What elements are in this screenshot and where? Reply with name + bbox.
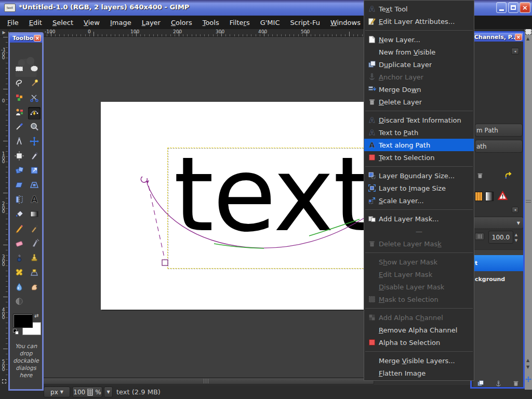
channels-close-button[interactable]: × xyxy=(515,34,522,41)
rectangle-select-tool[interactable] xyxy=(13,63,25,76)
menu-item-merge-visible-layers[interactable]: Merge Visible Layers... xyxy=(364,354,474,367)
menu-item-mask-to-selection[interactable]: Mask to Selection xyxy=(364,293,474,305)
layer-row[interactable]: ckground xyxy=(473,271,523,287)
menu-item-edit-layer-mask[interactable]: Edit Layer Mask xyxy=(364,268,474,281)
flip-tool[interactable] xyxy=(13,194,25,207)
menu-item-delete-layer[interactable]: Delete Layer xyxy=(364,96,474,108)
layer-mode-dropdown[interactable]: ▼ xyxy=(472,217,523,229)
blur-tool[interactable] xyxy=(13,282,25,294)
eraser-tool[interactable] xyxy=(13,238,25,250)
menu-windows[interactable]: Windows xyxy=(325,17,366,29)
menu-item-show-layer-mask[interactable]: Show Layer Mask xyxy=(364,256,474,268)
menu-view[interactable]: View xyxy=(78,17,105,29)
gradient-swatch[interactable] xyxy=(485,192,494,201)
opacity-spin-arrows[interactable]: ▲ ▼ xyxy=(513,232,519,243)
scroll-down-icon[interactable]: ▼ xyxy=(526,365,529,369)
foreground-color-swatch[interactable] xyxy=(13,314,33,328)
menu-item-disable-layer-mask[interactable]: Disable Layer Mask xyxy=(364,281,474,293)
opacity-spinbox[interactable]: 100.0 xyxy=(488,231,513,244)
move-tool[interactable] xyxy=(28,136,41,149)
foreground-select-tool[interactable] xyxy=(13,107,25,119)
menu-item-text-tool[interactable]: AText Tool xyxy=(364,3,474,15)
zoom-tool[interactable] xyxy=(28,122,41,134)
redo-arrow-icon[interactable] xyxy=(504,171,513,182)
scroll-up-icon[interactable]: ▲ xyxy=(526,358,529,363)
close-button[interactable]: × xyxy=(520,2,530,13)
gradient-tool[interactable] xyxy=(28,209,41,221)
menu-item-layer-to-image-size[interactable]: Layer to Image Size xyxy=(364,182,474,194)
perspective-tool[interactable] xyxy=(28,180,41,192)
menu-colors[interactable]: Colors xyxy=(166,17,197,29)
menu-item-edit-layer-attributes[interactable]: Edit Layer Attributes... xyxy=(364,15,474,28)
menu-item-new-layer[interactable]: New Layer... xyxy=(364,33,474,46)
maximize-button[interactable] xyxy=(508,2,518,13)
toolbox-titlebar[interactable]: Toolbox × xyxy=(10,34,42,43)
shear-tool[interactable] xyxy=(13,180,25,192)
align-tool[interactable] xyxy=(13,151,25,163)
minimize-button[interactable] xyxy=(496,2,507,13)
menu-item-merge-down[interactable]: Merge Down xyxy=(364,83,474,96)
menu-item-layer-boundary-size[interactable]: Layer Boundary Size... xyxy=(364,169,474,182)
pencil-tool[interactable] xyxy=(13,223,25,236)
quick-mask-toggle[interactable] xyxy=(0,377,8,385)
bucket-fill-tool[interactable] xyxy=(13,209,25,221)
menu-item-alpha-to-selection[interactable]: Alpha to Selection xyxy=(364,336,474,349)
menu-item-item[interactable]: — xyxy=(364,225,474,237)
clone-tool[interactable] xyxy=(28,252,41,265)
zoom-dropdown-button[interactable]: ▼ xyxy=(104,387,113,397)
selection-from-path-button[interactable]: m Path xyxy=(475,124,523,137)
rotate-tool[interactable] xyxy=(13,165,25,178)
menu-g-mic[interactable]: G'MIC xyxy=(255,17,285,29)
ruler-corner-menu-button[interactable]: ▶ xyxy=(0,29,8,37)
menu-edit[interactable]: Edit xyxy=(24,17,47,29)
zoom-spinner[interactable]: 100 % xyxy=(72,387,102,397)
scroll-up-icon[interactable]: ▲ xyxy=(526,37,529,41)
menu-item-text-along-path[interactable]: AText along Path xyxy=(364,139,474,151)
menu-item-delete-layer-mask[interactable]: Delete Layer Mask xyxy=(364,237,474,250)
brush-swatch[interactable] xyxy=(475,192,483,201)
menu-item-discard-text-information[interactable]: ADiscard Text Information xyxy=(364,114,474,126)
reset-colors-icon[interactable] xyxy=(13,329,19,335)
ink-tool[interactable] xyxy=(13,252,25,265)
scissors-tool[interactable] xyxy=(28,92,41,105)
heal-tool[interactable] xyxy=(13,267,25,280)
menu-item-remove-alpha-channel[interactable]: Remove Alpha Channel xyxy=(364,324,474,336)
smudge-tool[interactable] xyxy=(28,282,41,294)
menu-tools[interactable]: Tools xyxy=(197,17,224,29)
paths-tool[interactable] xyxy=(28,107,41,119)
layer-row[interactable]: t xyxy=(473,255,523,271)
menu-item-new-from-visible[interactable]: New from Visible xyxy=(364,46,474,58)
spin-down-icon[interactable]: ▼ xyxy=(515,238,517,243)
menu-item-text-to-selection[interactable]: Text to Selection xyxy=(364,151,474,164)
crop-tool[interactable] xyxy=(28,151,41,163)
paintbrush-tool[interactable] xyxy=(28,223,41,236)
measure-tool[interactable] xyxy=(13,136,25,149)
menu-script-fu[interactable]: Script-Fu xyxy=(285,17,325,29)
panel-collapse-button-2[interactable]: ◂ xyxy=(512,207,518,213)
duplicate-layer-icon[interactable] xyxy=(476,379,485,387)
horizontal-scrollbar-thumb[interactable] xyxy=(37,378,374,384)
ellipse-select-tool[interactable] xyxy=(28,63,41,76)
menu-item-scale-layer[interactable]: Scale Layer... xyxy=(364,194,474,207)
menu-item-flatten-image[interactable]: Flatten Image xyxy=(364,367,474,379)
menu-item-duplicate-layer[interactable]: Duplicate Layer xyxy=(364,58,474,71)
menu-item-text-to-path[interactable]: AText to Path xyxy=(364,126,474,139)
menu-file[interactable]: File xyxy=(2,17,24,29)
stroke-path-button[interactable]: ath xyxy=(475,140,523,153)
anchor-layer-icon[interactable] xyxy=(495,380,502,387)
free-select-tool[interactable] xyxy=(13,78,25,90)
delete-icon[interactable] xyxy=(476,171,484,182)
swap-colors-icon[interactable]: ⇄ xyxy=(34,313,38,318)
menu-layer[interactable]: Layer xyxy=(137,17,166,29)
opacity-slider-icon[interactable] xyxy=(475,233,484,240)
panel-collapse-button[interactable]: ◂ xyxy=(511,48,519,55)
dodge-burn-tool[interactable] xyxy=(13,296,25,309)
unit-dropdown[interactable]: px ▼ xyxy=(44,387,70,397)
vertical-ruler[interactable]: -1000100200300400500 xyxy=(0,37,8,377)
spin-up-icon[interactable]: ▲ xyxy=(515,233,517,237)
airbrush-tool[interactable] xyxy=(28,238,41,250)
channels-titlebar[interactable]: Channels, P... × xyxy=(472,33,523,42)
path-anchor-handle[interactable] xyxy=(162,260,168,265)
delete-layer-icon[interactable] xyxy=(512,379,520,387)
text-tool[interactable]: A xyxy=(28,194,41,207)
